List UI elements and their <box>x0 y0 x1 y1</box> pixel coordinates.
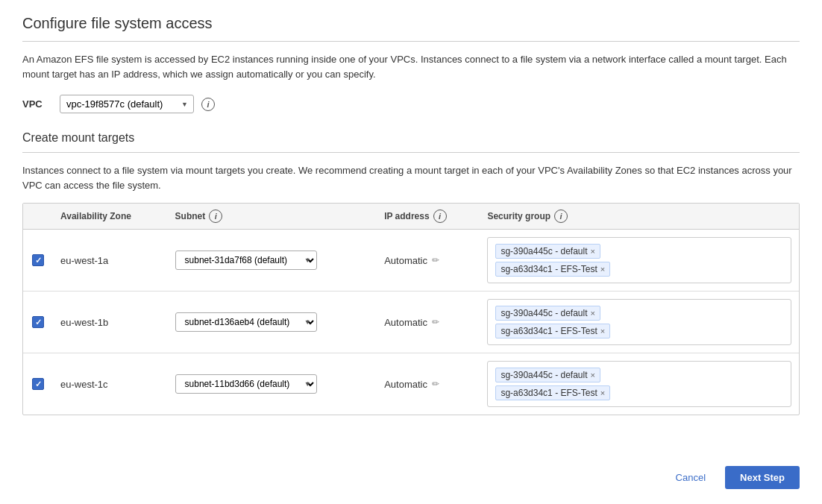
subnet-select-0[interactable]: subnet-31da7f68 (default) <box>175 251 317 270</box>
mount-targets-title: Create mount targets <box>22 131 800 145</box>
footer-buttons: Cancel Next Step <box>643 451 822 504</box>
sg-tag-0-0: sg-390a445c - default× <box>495 244 600 259</box>
vpc-label: VPC <box>22 98 52 110</box>
checkbox-1[interactable] <box>32 316 44 328</box>
pencil-icon[interactable]: ✏ <box>432 255 439 265</box>
ip-cell: Automatic✏ <box>377 353 480 415</box>
page-title: Configure file system access <box>22 15 800 32</box>
mount-targets-table: Availability Zone Subnet i IP address i <box>23 204 799 415</box>
checkbox-2[interactable] <box>32 378 44 390</box>
vpc-select-wrapper[interactable]: vpc-19f8577c (default) <box>60 95 194 113</box>
table-row: eu-west-1asubnet-31da7f68 (default)Autom… <box>23 230 799 292</box>
sg-info-icon[interactable]: i <box>554 210 568 223</box>
checkbox-0[interactable] <box>32 254 44 266</box>
table-row: eu-west-1bsubnet-d136aeb4 (default)Autom… <box>23 292 799 353</box>
mount-description: Instances connect to a file system via m… <box>22 163 800 192</box>
sg-tag-close-1-0[interactable]: × <box>591 309 595 318</box>
subnet-select-1[interactable]: subnet-d136aeb4 (default) <box>175 312 317 332</box>
sg-tag-close-2-1[interactable]: × <box>600 388 605 397</box>
sg-cell: sg-390a445c - default×sg-a63d34c1 - EFS-… <box>480 353 799 415</box>
az-cell: eu-west-1a <box>53 230 168 292</box>
th-checkbox <box>23 204 53 230</box>
subnet-info-icon[interactable]: i <box>209 210 222 223</box>
pencil-icon[interactable]: ✏ <box>432 317 439 327</box>
sg-cell: sg-390a445c - default×sg-a63d34c1 - EFS-… <box>480 230 799 292</box>
sg-tag-2-0: sg-390a445c - default× <box>495 368 600 382</box>
az-cell: eu-west-1c <box>53 353 168 415</box>
subnet-cell[interactable]: subnet-11bd3d66 (default) <box>168 353 377 415</box>
table-row: eu-west-1csubnet-11bd3d66 (default)Autom… <box>23 353 799 415</box>
subnet-cell[interactable]: subnet-31da7f68 (default) <box>168 230 377 292</box>
mount-targets-table-container: Availability Zone Subnet i IP address i <box>22 203 800 415</box>
sg-tag-0-1: sg-a63d34c1 - EFS-Test× <box>495 262 610 277</box>
ip-label: Automatic <box>384 255 427 266</box>
vpc-select[interactable]: vpc-19f8577c (default) <box>60 95 194 113</box>
sg-tag-close-0-0[interactable]: × <box>591 247 595 256</box>
subnet-select-2[interactable]: subnet-11bd3d66 (default) <box>175 374 317 394</box>
checkbox-cell[interactable] <box>23 230 53 292</box>
sg-tag-close-2-0[interactable]: × <box>591 371 595 379</box>
sg-cell: sg-390a445c - default×sg-a63d34c1 - EFS-… <box>480 292 799 353</box>
az-cell: eu-west-1b <box>53 292 168 353</box>
th-subnet: Subnet i <box>168 204 377 230</box>
sg-tag-close-1-1[interactable]: × <box>600 327 605 336</box>
sg-tag-1-1: sg-a63d34c1 - EFS-Test× <box>495 324 610 338</box>
vpc-row: VPC vpc-19f8577c (default) i <box>22 95 800 113</box>
pencil-icon[interactable]: ✏ <box>432 379 439 389</box>
cancel-button[interactable]: Cancel <box>665 466 716 489</box>
vpc-info-icon[interactable]: i <box>201 98 215 111</box>
main-description: An Amazon EFS file system is accessed by… <box>22 52 800 81</box>
ip-cell: Automatic✏ <box>377 230 480 292</box>
next-step-button[interactable]: Next Step <box>725 466 800 489</box>
th-az: Availability Zone <box>53 204 168 230</box>
subnet-cell[interactable]: subnet-d136aeb4 (default) <box>168 292 377 353</box>
th-sg: Security group i <box>480 204 799 230</box>
th-ip: IP address i <box>377 204 480 230</box>
sg-tag-close-0-1[interactable]: × <box>600 265 605 274</box>
title-divider <box>22 41 800 42</box>
table-body: eu-west-1asubnet-31da7f68 (default)Autom… <box>23 230 799 415</box>
ip-cell: Automatic✏ <box>377 292 480 353</box>
section-divider <box>22 152 800 153</box>
ip-info-icon[interactable]: i <box>433 210 447 223</box>
sg-tag-1-0: sg-390a445c - default× <box>495 306 600 321</box>
table-header-row: Availability Zone Subnet i IP address i <box>23 204 799 230</box>
checkbox-cell[interactable] <box>23 292 53 353</box>
ip-label: Automatic <box>384 379 427 390</box>
ip-label: Automatic <box>384 317 427 328</box>
sg-tag-2-1: sg-a63d34c1 - EFS-Test× <box>495 385 610 400</box>
checkbox-cell[interactable] <box>23 353 53 415</box>
page-container: Configure file system access An Amazon E… <box>0 0 822 430</box>
